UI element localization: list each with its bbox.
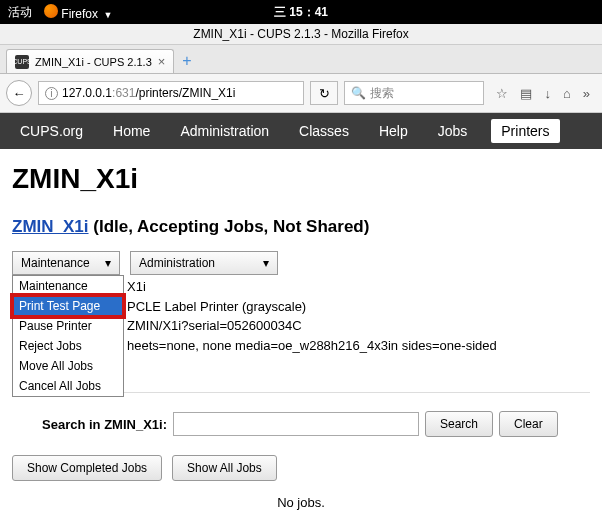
new-tab-button[interactable]: + bbox=[182, 52, 191, 70]
nav-home[interactable]: Home bbox=[107, 119, 156, 143]
overflow-icon[interactable]: » bbox=[583, 86, 590, 101]
gnome-top-bar: 活动 Firefox ▼ 三 15：41 bbox=[0, 0, 602, 24]
close-icon[interactable]: × bbox=[158, 54, 166, 69]
nav-jobs[interactable]: Jobs bbox=[432, 119, 474, 143]
administration-dropdown[interactable]: Administration▾ bbox=[130, 251, 278, 275]
tab-bar: CUPS ZMIN_X1i - CUPS 2.1.3 × + bbox=[0, 45, 602, 74]
url-toolbar: ← i 127.0.0.1:631/printers/ZMIN_X1i ↻ 🔍 … bbox=[0, 74, 602, 113]
page-title: ZMIN_X1i bbox=[12, 163, 590, 195]
firefox-icon bbox=[44, 4, 58, 18]
chevron-down-icon: ▾ bbox=[105, 256, 111, 270]
home-icon[interactable]: ⌂ bbox=[563, 86, 571, 101]
printer-heading: ZMIN_X1i (Idle, Accepting Jobs, Not Shar… bbox=[12, 217, 590, 237]
search-placeholder: 搜索 bbox=[370, 85, 394, 102]
info-icon[interactable]: i bbox=[45, 87, 58, 100]
printer-info: X1i PCLE Label Printer (grayscale) ZMIN/… bbox=[127, 277, 590, 355]
downloads-icon[interactable]: ↓ bbox=[544, 86, 551, 101]
clear-button[interactable]: Clear bbox=[499, 411, 558, 437]
gnome-clock[interactable]: 三 15：41 bbox=[274, 4, 328, 21]
url-bar[interactable]: i 127.0.0.1:631/printers/ZMIN_X1i bbox=[38, 81, 304, 105]
cups-favicon: CUPS bbox=[15, 55, 29, 69]
menu-cancel-all-jobs[interactable]: Cancel All Jobs bbox=[13, 376, 123, 396]
show-completed-button[interactable]: Show Completed Jobs bbox=[12, 455, 162, 481]
show-all-button[interactable]: Show All Jobs bbox=[172, 455, 277, 481]
bookmark-icon[interactable]: ☆ bbox=[496, 86, 508, 101]
tab-title: ZMIN_X1i - CUPS 2.1.3 bbox=[35, 56, 152, 68]
menu-pause-printer[interactable]: Pause Printer bbox=[13, 316, 123, 336]
browser-tab[interactable]: CUPS ZMIN_X1i - CUPS 2.1.3 × bbox=[6, 49, 174, 73]
menu-reject-jobs[interactable]: Reject Jobs bbox=[13, 336, 123, 356]
nav-printers[interactable]: Printers bbox=[491, 119, 559, 143]
chevron-down-icon: ▼ bbox=[103, 10, 112, 20]
nav-classes[interactable]: Classes bbox=[293, 119, 355, 143]
chevron-down-icon: ▾ bbox=[263, 256, 269, 270]
jobs-search-input[interactable] bbox=[173, 412, 419, 436]
no-jobs-text: No jobs. bbox=[12, 495, 590, 510]
cups-nav: CUPS.org Home Administration Classes Hel… bbox=[0, 113, 602, 149]
window-title: ZMIN_X1i - CUPS 2.1.3 - Mozilla Firefox bbox=[0, 24, 602, 45]
gnome-app[interactable]: Firefox ▼ bbox=[44, 4, 112, 21]
reload-button[interactable]: ↻ bbox=[310, 81, 338, 105]
maintenance-dropdown[interactable]: Maintenance▾ bbox=[12, 251, 120, 275]
menu-maintenance[interactable]: Maintenance bbox=[13, 276, 123, 296]
printer-link[interactable]: ZMIN_X1i bbox=[12, 217, 89, 236]
nav-admin[interactable]: Administration bbox=[174, 119, 275, 143]
gnome-activities[interactable]: 活动 bbox=[8, 4, 32, 21]
search-bar[interactable]: 🔍 搜索 bbox=[344, 81, 484, 105]
search-label: Search in ZMIN_X1i: bbox=[42, 417, 167, 432]
library-icon[interactable]: ▤ bbox=[520, 86, 532, 101]
nav-help[interactable]: Help bbox=[373, 119, 414, 143]
maintenance-menu: Maintenance Print Test Page Pause Printe… bbox=[12, 275, 124, 397]
search-button[interactable]: Search bbox=[425, 411, 493, 437]
back-button[interactable]: ← bbox=[6, 80, 32, 106]
menu-move-all-jobs[interactable]: Move All Jobs bbox=[13, 356, 123, 376]
nav-cups[interactable]: CUPS.org bbox=[14, 119, 89, 143]
printer-status: (Idle, Accepting Jobs, Not Shared) bbox=[93, 217, 369, 236]
menu-print-test-page[interactable]: Print Test Page bbox=[13, 296, 123, 316]
search-icon: 🔍 bbox=[351, 86, 366, 100]
